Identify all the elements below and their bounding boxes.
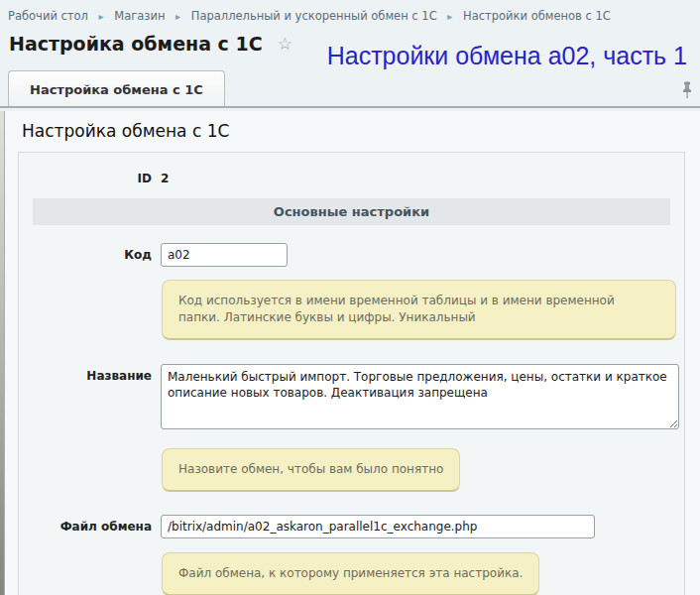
tab-strip: Настройка обмена с 1С [0, 70, 700, 108]
code-label: Код [19, 243, 152, 262]
breadcrumb-item-shop[interactable]: Магазин [114, 9, 165, 23]
help-row: Назовите обмен, чтобы вам было понятно [162, 448, 684, 492]
breadcrumb-arrow-icon: ▸ [99, 11, 104, 22]
field-row-name: Название Маленький быстрый импорт. Торго… [19, 364, 684, 433]
help-row: Файл обмена, к которому применяется эта … [162, 552, 684, 595]
page-title: Настройка обмена с 1С [9, 33, 263, 55]
content-area: Настройка обмена с 1С ID 2 Основные наст… [0, 111, 700, 595]
left-edge-strip [0, 111, 5, 595]
code-help-box: Код используется в имени временной табли… [162, 280, 676, 340]
name-label: Название [19, 364, 152, 383]
annotation-overlay-text: Настройки обмена a02, часть 1 [327, 42, 687, 70]
breadcrumb-item-exchange-settings[interactable]: Настройки обменов с 1С [463, 9, 611, 23]
breadcrumb-arrow-icon: ▸ [175, 11, 180, 22]
favorite-star-icon[interactable]: ☆ [278, 34, 292, 54]
id-label: ID [19, 172, 152, 185]
section-header-main-settings[interactable]: Основные настройки [33, 198, 670, 225]
breadcrumb: Рабочий стол ▸ Магазин ▸ Параллельный и … [0, 0, 700, 23]
id-value: 2 [161, 172, 169, 185]
field-row-file: Файл обмена [19, 515, 684, 538]
exchange-file-input[interactable] [161, 515, 595, 538]
help-row: Код используется в имени временной табли… [162, 280, 684, 340]
breadcrumb-arrow-icon: ▸ [447, 11, 452, 22]
pin-icon[interactable] [681, 81, 693, 99]
name-textarea[interactable]: Маленький быстрый импорт. Торговые предл… [161, 364, 679, 429]
tab-exchange-settings[interactable]: Настройка обмена с 1С [8, 70, 225, 106]
field-row-id: ID 2 [19, 172, 684, 185]
form-heading: Настройка обмена с 1С [22, 121, 700, 141]
field-row-code: Код [19, 243, 684, 267]
breadcrumb-item-desktop[interactable]: Рабочий стол [8, 9, 88, 23]
name-help-box: Назовите обмен, чтобы вам было понятно [162, 448, 460, 492]
breadcrumb-item-parallel-exchange[interactable]: Параллельный и ускоренный обмен с 1С [191, 9, 437, 23]
file-help-box: Файл обмена, к которому применяется эта … [162, 552, 539, 595]
code-input[interactable] [161, 243, 288, 267]
file-label: Файл обмена [19, 515, 152, 534]
exchange-settings-form: ID 2 Основные настройки Код Код использу… [18, 152, 685, 595]
